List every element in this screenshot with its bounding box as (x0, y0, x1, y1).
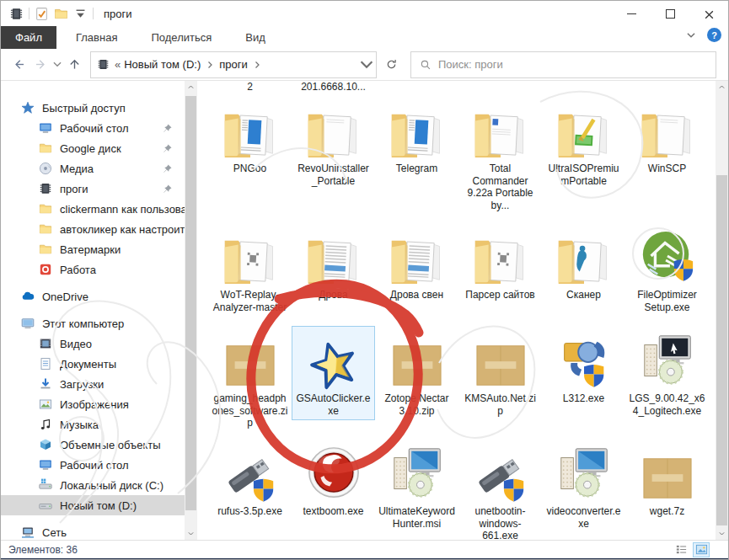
maximize-button[interactable] (651, 1, 689, 26)
file-item-wot-replay[interactable]: WoT-Replay-Analyzer-master (208, 222, 292, 317)
file-item-parser[interactable]: Парсер сайтов (458, 222, 542, 305)
help-icon[interactable]: ? (707, 28, 721, 42)
file-label[interactable]: 201.6668.10... (292, 81, 375, 93)
separator (93, 8, 94, 19)
file-item-lgs-logitech[interactable]: LGS_9.00.42_x64_Logitech.exe (625, 326, 709, 420)
sidebar-item-watermarks[interactable]: Ватермарки (1, 239, 185, 259)
sidebar-item-documents[interactable]: Документы (1, 354, 185, 374)
tab-view[interactable]: Вид (231, 26, 280, 49)
folder-icon (209, 223, 291, 287)
view-toggles (673, 542, 728, 557)
sidebar-item-desktop-2[interactable]: Рабочий стол (1, 455, 185, 475)
up-button[interactable] (63, 53, 85, 77)
details-view-button[interactable] (673, 542, 689, 557)
file-label[interactable]: 2 (208, 81, 292, 93)
close-button[interactable] (689, 1, 728, 26)
breadcrumb-chevron-icon[interactable] (205, 60, 215, 70)
refresh-button[interactable] (378, 52, 404, 77)
scrollbar-thumb[interactable] (716, 175, 727, 525)
minimize-button[interactable] (612, 1, 651, 26)
sidebar-item-videos[interactable]: Видео (1, 333, 185, 354)
folder-icon (39, 222, 52, 236)
tab-share[interactable]: Поделиться (137, 26, 226, 49)
desktop-icon (39, 458, 52, 472)
sidebar-item-music[interactable]: Музыка (1, 414, 185, 435)
file-item-fileoptimizer[interactable]: FileOptimizer Setup.exe (625, 222, 709, 317)
scrollbar-up-button[interactable] (185, 81, 197, 93)
back-button[interactable] (8, 53, 29, 77)
file-item-gsautoclicker[interactable]: GSAutoClicker.exe (292, 326, 375, 420)
video-icon (39, 337, 52, 350)
folder-icon (376, 97, 458, 161)
properties-button-icon[interactable] (35, 7, 49, 21)
file-item-total-commander[interactable]: Total Commander 9.22a Portable by... (458, 96, 542, 216)
breadcrumb-chevron-icon[interactable] (252, 60, 262, 70)
sidebar-item-work[interactable]: Работа (1, 259, 185, 280)
title-bar: проги (1, 1, 728, 26)
file-item-pngoo[interactable]: PNGoo (208, 96, 292, 179)
folder-icon (39, 202, 52, 216)
sidebar-item-media[interactable]: Медиа (1, 158, 185, 179)
sidebar-item-new-volume-d[interactable]: Новый том (D:) (1, 495, 185, 515)
sidebar-item-pictures[interactable]: Изображения (1, 394, 185, 414)
address-bar[interactable]: « Новый том (D:) проги (90, 51, 377, 78)
scrollbar-thumb[interactable] (185, 96, 196, 510)
sidebar-item-3d-objects[interactable]: Объемные объекты (1, 435, 185, 455)
file-item-kmsauto[interactable]: KMSAuto.Net.zip (458, 326, 542, 420)
sidebar-item-progi[interactable]: проги (1, 179, 185, 199)
file-item-ultraiso[interactable]: UltraISOPremiumPortable (542, 96, 625, 190)
file-item-telegram[interactable]: Telegram (375, 96, 458, 179)
app-icon (292, 440, 374, 504)
pin-icon (162, 184, 173, 195)
file-item-drova[interactable]: Дрова (292, 222, 375, 305)
sidebar-item-onedrive[interactable]: OneDrive (1, 286, 185, 307)
sidebar-item-quick-access[interactable]: Быстрый доступ (1, 98, 185, 118)
thumbnails-view-icon (695, 543, 708, 556)
collapse-ribbon-icon[interactable] (685, 29, 697, 41)
forward-button[interactable] (29, 53, 51, 77)
breadcrumb-folder[interactable]: проги (217, 58, 249, 71)
breadcrumb-drive[interactable]: Новый том (D:) (122, 58, 202, 71)
file-item-textboom[interactable]: textboom.exe (292, 439, 375, 521)
scrollbar-up-button[interactable] (716, 81, 728, 93)
file-item-wget[interactable]: wget.7z (625, 439, 709, 521)
file-item-ultimatekeywordhunter[interactable]: UltimateKeywordHunter.msi (375, 439, 458, 533)
scrollbar-down-button[interactable] (185, 527, 197, 540)
file-item-scaner[interactable]: Сканер (542, 222, 625, 305)
file-item-drova-sven[interactable]: Дрова свен (375, 222, 458, 305)
file-item-winscp[interactable]: WinSCP (625, 96, 709, 179)
file-item-l312[interactable]: L312.exe (542, 326, 625, 408)
file-item-videoconverter[interactable]: videoconverter.exe (542, 439, 625, 533)
sidebar-item-clickermann[interactable]: clickermann как пользоваться (1, 199, 185, 219)
sidebar-scrollbar[interactable] (185, 81, 197, 540)
sidebar-item-desktop[interactable]: Рабочий стол (1, 118, 185, 138)
maximize-icon (666, 9, 675, 19)
file-item-zotope[interactable]: Zotope Nectar 3.10.zip (375, 326, 458, 420)
thumbnails-view-button[interactable] (693, 542, 710, 557)
file-item-unetbootin[interactable]: unetbootin-windows-661.exe (458, 439, 542, 540)
app-icon (626, 223, 708, 287)
sidebar-item-autoclicker[interactable]: автокликер как настроить (1, 219, 185, 239)
customize-toolbar-dropdown-icon[interactable] (73, 7, 88, 21)
app-icon (543, 327, 624, 391)
address-folder-icon (97, 58, 110, 71)
search-input[interactable]: Поиск: проги (410, 51, 716, 78)
new-folder-button-icon[interactable] (54, 7, 68, 21)
scrollbar-down-button[interactable] (716, 527, 728, 540)
sidebar-item-this-pc[interactable]: Этот компьютер (1, 313, 185, 333)
tab-file[interactable]: Файл (1, 26, 56, 49)
caption-buttons (612, 1, 728, 26)
recent-locations-dropdown[interactable] (51, 53, 63, 77)
file-item-gaming-headphones[interactable]: gaming_headphones_software.zip (208, 326, 292, 433)
search-icon (420, 59, 432, 71)
sidebar-item-google-disk[interactable]: Google диск (1, 138, 185, 158)
sidebar-item-local-disk-c[interactable]: Локальный диск (C:) (1, 475, 185, 495)
tab-home[interactable]: Главная (62, 26, 131, 49)
file-item-rufus[interactable]: rufus-3.5p.exe (208, 439, 292, 521)
address-dropdown-icon[interactable] (357, 56, 376, 74)
file-item-revouninstaller[interactable]: RevoUninstaller_Portable (292, 96, 375, 190)
sidebar-item-network[interactable]: Сеть (1, 522, 185, 540)
breadcrumb-overflow[interactable]: « (115, 58, 121, 71)
content-scrollbar[interactable] (716, 81, 728, 540)
sidebar-item-downloads[interactable]: Загрузки (1, 374, 185, 394)
